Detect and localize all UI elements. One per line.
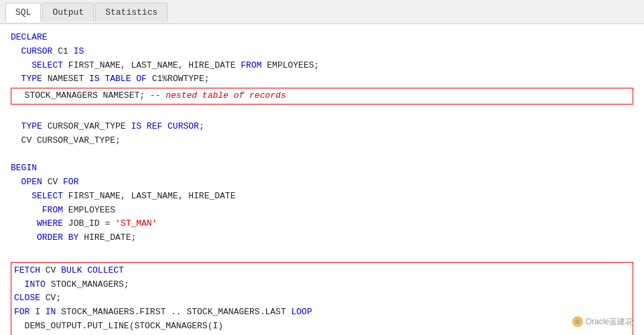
code-line-begin: BEGIN bbox=[11, 161, 633, 176]
code-line-select: SELECT FIRST_NAME, LAST_NAME, HIRE_DATE … bbox=[11, 59, 633, 73]
code-line-close: CLOSE CV; bbox=[14, 291, 630, 306]
watermark: ✿ Oracle蓝建花 bbox=[572, 316, 633, 328]
code-line-type-cursor: TYPE CURSOR_VAR_TYPE IS REF CURSOR; bbox=[11, 120, 633, 134]
tab-sql[interactable]: SQL bbox=[5, 3, 41, 22]
code-line-stock-managers-decl: STOCK_MANAGERS NAMESET; -- nested table … bbox=[11, 88, 633, 105]
tab-bar: SQL Output Statistics bbox=[0, 0, 644, 24]
code-line-select2: SELECT FIRST_NAME, LAST_NAME, HIRE_DATE bbox=[11, 190, 633, 204]
tab-statistics[interactable]: Statistics bbox=[95, 3, 168, 21]
code-line-where: WHERE JOB_ID = 'ST_MAN' bbox=[11, 217, 633, 231]
code-line-fetch: FETCH CV BULK COLLECT bbox=[14, 264, 630, 278]
code-line-type-nameset: TYPE NAMESET IS TABLE OF C1%ROWTYPE; bbox=[11, 72, 633, 86]
tab-output[interactable]: Output bbox=[42, 3, 94, 21]
code-line-blank3 bbox=[11, 245, 633, 259]
code-line-from: FROM EMPLOYEES bbox=[11, 204, 633, 218]
code-line-for: FOR I IN STOCK_MANAGERS.FIRST .. STOCK_M… bbox=[14, 306, 630, 320]
watermark-icon: ✿ bbox=[572, 316, 583, 327]
code-area: DECLARE CURSOR C1 IS SELECT FIRST_NAME, … bbox=[0, 24, 644, 335]
code-block-fetch: FETCH CV BULK COLLECT INTO STOCK_MANAGER… bbox=[11, 262, 633, 335]
code-line-declare: DECLARE bbox=[11, 31, 633, 45]
code-line-cursor: CURSOR C1 IS bbox=[11, 45, 633, 59]
code-line-open-cv: OPEN CV FOR bbox=[11, 176, 633, 190]
code-line-order: ORDER BY HIRE_DATE; bbox=[11, 231, 633, 245]
code-line-blank2 bbox=[11, 147, 633, 161]
code-line-cv-decl: CV CURSOR_VAR_TYPE; bbox=[11, 134, 633, 148]
watermark-text: Oracle蓝建花 bbox=[586, 316, 633, 328]
code-line-into: INTO STOCK_MANAGERS; bbox=[14, 278, 630, 292]
code-line-dbms: DEMS_OUTPUT.PUT_LINE(STOCK_MANAGERS(I) bbox=[14, 320, 630, 334]
code-line-blank1 bbox=[11, 106, 633, 120]
